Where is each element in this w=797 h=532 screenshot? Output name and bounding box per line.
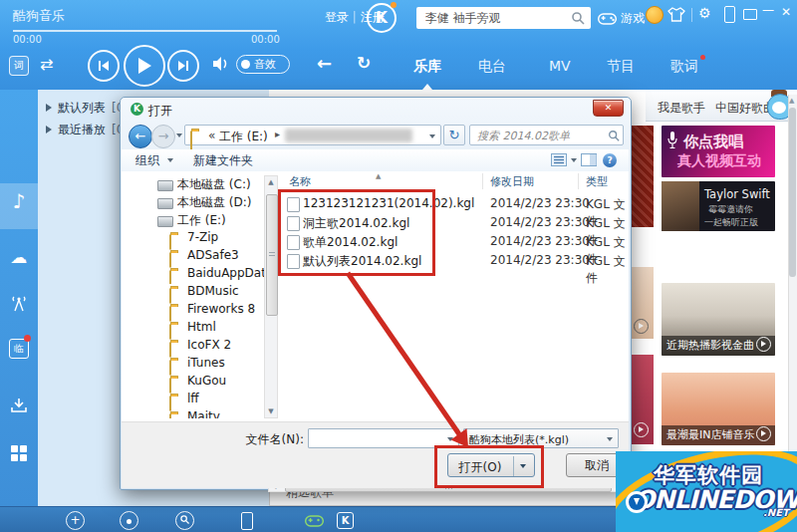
lyrics-chip-icon[interactable]: 词 [9,56,29,76]
playlist-item-default[interactable]: 默认列表 [0] [46,98,129,118]
more-apps-grid-icon[interactable] [11,445,27,461]
dialog-close-button[interactable]: ✕ [593,100,624,117]
column-header-type[interactable]: 类型 [586,174,608,189]
views-caret[interactable] [571,158,577,162]
mini-mode-icon[interactable] [743,9,757,20]
add-music-button[interactable]: + [66,511,85,530]
previous-track-button[interactable] [88,50,120,82]
next-track-button[interactable] [167,50,199,82]
tree-item-folder[interactable]: ADSafe3 [122,248,264,266]
column-header-date[interactable]: 修改日期 [490,174,534,189]
banner-shop-music[interactable]: 最潮最IN店铺音乐 [662,373,775,445]
play-mode-shuffle-icon[interactable]: ⇄ [40,55,53,74]
tree-item-drive-e[interactable]: 工作 (E:) [122,212,264,230]
kugou-k-shortcut-icon[interactable]: K [337,512,354,529]
volume-icon[interactable] [212,56,230,72]
tab-radio[interactable]: 电台 [478,58,506,76]
download-icon[interactable] [11,399,27,413]
tree-item-folder[interactable]: BDMusic [122,284,264,302]
tree-item-folder-partial[interactable]: Maity [122,409,264,418]
play-button[interactable] [124,45,165,87]
phone-transfer-icon[interactable] [241,512,253,530]
breadcrumb-root[interactable]: 工作 (E:) [219,129,268,145]
breadcrumb-blurred-segment[interactable] [285,129,412,142]
microphone-icon [667,132,677,149]
new-folder-button[interactable]: 新建文件夹 [193,152,253,169]
dialog-search-input[interactable] [475,128,607,144]
tab-music-library[interactable]: 乐库 [413,58,441,76]
dialog-search-box[interactable] [469,125,624,145]
banner-taylor-swift[interactable]: Taylor Swift 霉霉邀请你 一起畅听正版 [662,181,775,231]
tree-item-folder[interactable]: KuGou [122,374,264,392]
game-shortcut-icon[interactable] [305,515,324,527]
combo-caret[interactable] [447,437,453,441]
login-link[interactable]: 登录 [325,10,349,24]
address-breadcrumb[interactable]: « 工作 (E:) ▸ [184,125,441,145]
tab-i-am-singer[interactable]: 我是歌手 [658,100,705,117]
nav-forward-button[interactable]: → [151,125,175,148]
play-circle-icon[interactable] [756,337,771,352]
views-icon[interactable] [551,153,567,166]
game-center-button[interactable]: 游戏 [598,10,645,27]
nav-history-caret[interactable] [176,133,182,137]
tree-item-folder[interactable]: BaiduAppData [122,266,264,284]
phone-mode-icon[interactable] [724,6,735,23]
banner-sub2: 一起畅听正版 [704,216,758,229]
tab-programs[interactable]: 节目 [607,58,635,76]
temp-playlist-icon[interactable]: 临 [9,339,29,359]
tree-item-drive-d[interactable]: 本地磁盘 (D:) [122,194,264,212]
partial-banner-left-1[interactable] [630,126,654,227]
combo-caret[interactable] [607,437,613,441]
filename-input[interactable] [313,431,436,447]
scroll-up-arrow-icon[interactable]: ▲ [789,97,794,105]
progress-bar[interactable] [13,30,277,32]
tree-item-drive-c[interactable]: 本地磁盘 (C:) [122,176,264,194]
playlist-item-recent[interactable]: 最近播放 [0] [46,120,129,139]
partial-banner-left-2[interactable] [630,267,654,339]
expand-triangle-icon[interactable] [46,104,52,112]
tab-sing-my-song[interactable]: 中国好歌曲 [715,100,775,117]
kugou-main-window: 酷狗音乐 00:00 00:00 登录 | 注册 K 游戏 ⚙ — ✕ 词 ⇄ [0,0,797,532]
tab-lyrics[interactable]: 歌词 [670,58,698,76]
nav-back-button[interactable]: ← [129,125,152,148]
guillemet-icon: « [208,129,215,142]
music-search-button[interactable] [175,511,194,530]
sound-effect-button[interactable]: 音效 [236,55,290,74]
tree-item-folder[interactable]: IcoFX 2 [122,338,264,356]
browser-refresh-icon[interactable]: ↻ [357,53,371,73]
browser-back-icon[interactable]: ← [317,53,332,74]
minimize-button[interactable]: — [762,3,774,17]
expand-triangle-icon[interactable] [46,126,52,133]
organize-caret[interactable] [167,158,173,162]
coin-purse-icon[interactable] [646,6,664,24]
tree-item-folder[interactable]: Html [122,320,264,338]
cloud-icon[interactable]: ☁ [0,247,38,267]
scroll-down-arrow-icon[interactable]: ▼ [265,407,277,415]
preview-pane-icon[interactable] [581,153,597,166]
locate-playing-button[interactable] [120,511,138,530]
scrollbar-thumb[interactable] [789,108,796,277]
tab-mv[interactable]: MV [549,58,571,74]
search-input[interactable] [423,9,572,28]
shirt-icon[interactable] [667,7,685,22]
organize-menu[interactable]: 组织 [135,152,159,169]
search-icon [608,130,620,141]
tree-item-folder[interactable]: 7-Zip [122,230,264,248]
settings-gear-icon[interactable]: ⚙ [698,5,711,21]
help-icon[interactable]: ? [603,153,617,167]
tree-item-folder[interactable]: iTunes [122,356,264,374]
column-header-name[interactable]: 名称 [289,174,311,189]
music-note-icon[interactable]: ♪ [0,189,38,213]
banner-tv-songs[interactable]: 近期热播影视金曲 [662,283,775,356]
partial-banner-left-3[interactable] [630,355,654,444]
search-icon[interactable] [571,11,585,25]
banner-karaoke[interactable]: 你点我唱 真人视频互动 [662,126,775,177]
refresh-button[interactable]: ↻ [443,125,465,145]
close-button[interactable]: ✕ [781,5,791,19]
radio-tower-icon[interactable] [11,294,27,312]
breadcrumb-dropdown-caret[interactable] [429,134,435,138]
search-box[interactable] [416,7,591,29]
play-circle-icon[interactable] [756,426,771,441]
tree-item-folder-selected[interactable]: lff [122,392,264,409]
tree-item-folder[interactable]: Fireworks 8 [122,302,264,320]
